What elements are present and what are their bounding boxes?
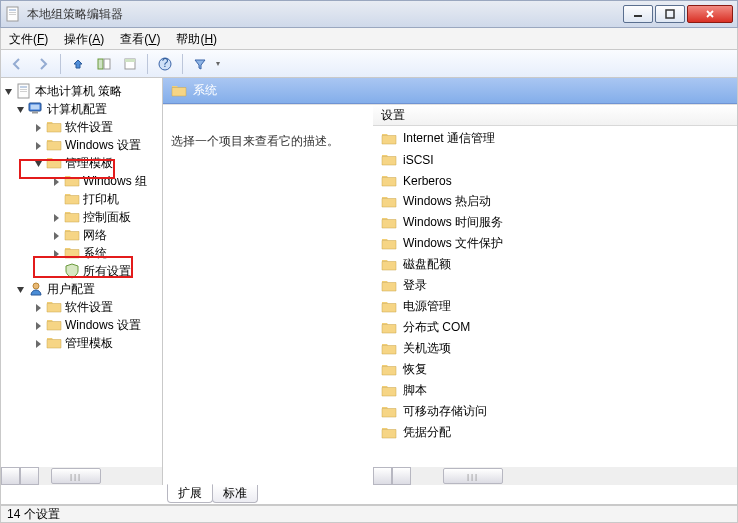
list-item[interactable]: 脚本	[373, 380, 737, 401]
list-item[interactable]: Windows 热启动	[373, 191, 737, 212]
folder-icon	[64, 191, 80, 207]
tree-node-user-software[interactable]: 软件设置	[1, 298, 162, 316]
expand-icon[interactable]	[51, 176, 62, 187]
tree-node-user-templates[interactable]: 管理模板	[1, 334, 162, 352]
folder-icon	[381, 341, 397, 357]
list-item[interactable]: 登录	[373, 275, 737, 296]
collapse-icon[interactable]	[3, 86, 14, 97]
folder-icon	[381, 257, 397, 273]
expand-icon[interactable]	[51, 248, 62, 259]
toolbar-separator	[60, 54, 61, 74]
maximize-button[interactable]	[655, 5, 685, 23]
expand-icon[interactable]	[33, 302, 44, 313]
list-item[interactable]: Windows 时间服务	[373, 212, 737, 233]
shield-icon	[64, 263, 80, 279]
folder-icon	[381, 131, 397, 147]
expand-spacer	[51, 266, 62, 277]
user-icon	[28, 281, 44, 297]
app-icon	[5, 6, 21, 22]
column-header-setting[interactable]: 设置	[373, 104, 737, 126]
tree-label: 管理模板	[65, 334, 113, 352]
window-title: 本地组策略编辑器	[27, 6, 623, 23]
list-item[interactable]: 恢复	[373, 359, 737, 380]
minimize-button[interactable]	[623, 5, 653, 23]
expand-icon[interactable]	[51, 230, 62, 241]
titlebar: 本地组策略编辑器	[0, 0, 738, 28]
filter-dropdown[interactable]: ▾	[214, 59, 222, 68]
nav-forward-button[interactable]	[31, 53, 55, 75]
tree-label: 管理模板	[65, 154, 113, 172]
list-item[interactable]: 电源管理	[373, 296, 737, 317]
tree[interactable]: 本地计算机 策略 计算机配置 软件设置 Windows 设置 管理模板	[1, 78, 162, 356]
folder-icon	[171, 83, 187, 99]
up-button[interactable]	[66, 53, 90, 75]
list-item-label: 凭据分配	[403, 424, 451, 441]
show-hide-tree-button[interactable]	[92, 53, 116, 75]
folder-icon	[381, 404, 397, 420]
properties-button[interactable]	[118, 53, 142, 75]
tree-label: Windows 设置	[65, 316, 141, 334]
tree-node-system[interactable]: 系统	[1, 244, 162, 262]
tree-node-printers[interactable]: 打印机	[1, 190, 162, 208]
folder-icon	[381, 299, 397, 315]
list-item-label: 登录	[403, 277, 427, 294]
tree-node-computer-config[interactable]: 计算机配置	[1, 100, 162, 118]
list-item[interactable]: 关机选项	[373, 338, 737, 359]
menu-file[interactable]: 文件(F)	[1, 29, 56, 49]
list-item[interactable]: 磁盘配额	[373, 254, 737, 275]
collapse-icon[interactable]	[33, 158, 44, 169]
right-header: 系统	[163, 78, 737, 104]
expand-icon[interactable]	[51, 212, 62, 223]
list-item[interactable]: Windows 文件保护	[373, 233, 737, 254]
expand-spacer	[51, 194, 62, 205]
list-item[interactable]: iSCSI	[373, 149, 737, 170]
toolbar: ? ▾	[0, 50, 738, 78]
list-item[interactable]: Internet 通信管理	[373, 128, 737, 149]
tree-node-windows-components[interactable]: Windows 组	[1, 172, 162, 190]
menu-help[interactable]: 帮助(H)	[168, 29, 225, 49]
folder-icon	[64, 173, 80, 189]
list-item[interactable]: 分布式 COM	[373, 317, 737, 338]
tree-horizontal-scrollbar[interactable]: |||	[1, 467, 162, 485]
tree-node-admin-templates[interactable]: 管理模板	[1, 154, 162, 172]
tree-node-software-settings[interactable]: 软件设置	[1, 118, 162, 136]
list-item[interactable]: 可移动存储访问	[373, 401, 737, 422]
tree-node-all-settings[interactable]: 所有设置	[1, 262, 162, 280]
tree-label: 计算机配置	[47, 100, 107, 118]
list-item-label: 磁盘配额	[403, 256, 451, 273]
filter-button[interactable]	[188, 53, 212, 75]
tree-label: 用户配置	[47, 280, 95, 298]
tree-node-control-panel[interactable]: 控制面板	[1, 208, 162, 226]
tab-extended[interactable]: 扩展	[167, 484, 213, 503]
right-pane: 系统 选择一个项目来查看它的描述。 设置 Internet 通信管理iSCSIK…	[163, 78, 737, 485]
collapse-icon[interactable]	[15, 104, 26, 115]
scrollbar-thumb[interactable]: |||	[51, 468, 101, 484]
expand-icon[interactable]	[33, 338, 44, 349]
folder-icon	[46, 299, 62, 315]
tree-node-network[interactable]: 网络	[1, 226, 162, 244]
folder-icon	[381, 383, 397, 399]
tree-node-user-config[interactable]: 用户配置	[1, 280, 162, 298]
list-item[interactable]: 凭据分配	[373, 422, 737, 443]
nav-back-button[interactable]	[5, 53, 29, 75]
tree-node-user-windows[interactable]: Windows 设置	[1, 316, 162, 334]
list-horizontal-scrollbar[interactable]: |||	[373, 467, 737, 485]
tree-node-root[interactable]: 本地计算机 策略	[1, 82, 162, 100]
list-item[interactable]: Kerberos	[373, 170, 737, 191]
menu-action[interactable]: 操作(A)	[56, 29, 112, 49]
folder-icon	[381, 278, 397, 294]
description-column: 选择一个项目来查看它的描述。	[163, 104, 373, 485]
expand-icon[interactable]	[33, 122, 44, 133]
expand-icon[interactable]	[33, 140, 44, 151]
menu-view[interactable]: 查看(V)	[112, 29, 168, 49]
svg-rect-12	[125, 59, 135, 62]
expand-icon[interactable]	[33, 320, 44, 331]
scrollbar-thumb[interactable]: |||	[443, 468, 503, 484]
tree-node-windows-settings[interactable]: Windows 设置	[1, 136, 162, 154]
folder-icon	[64, 209, 80, 225]
tree-label: 本地计算机 策略	[35, 82, 122, 100]
tab-standard[interactable]: 标准	[212, 485, 258, 503]
close-button[interactable]	[687, 5, 733, 23]
help-button[interactable]: ?	[153, 53, 177, 75]
collapse-icon[interactable]	[15, 284, 26, 295]
